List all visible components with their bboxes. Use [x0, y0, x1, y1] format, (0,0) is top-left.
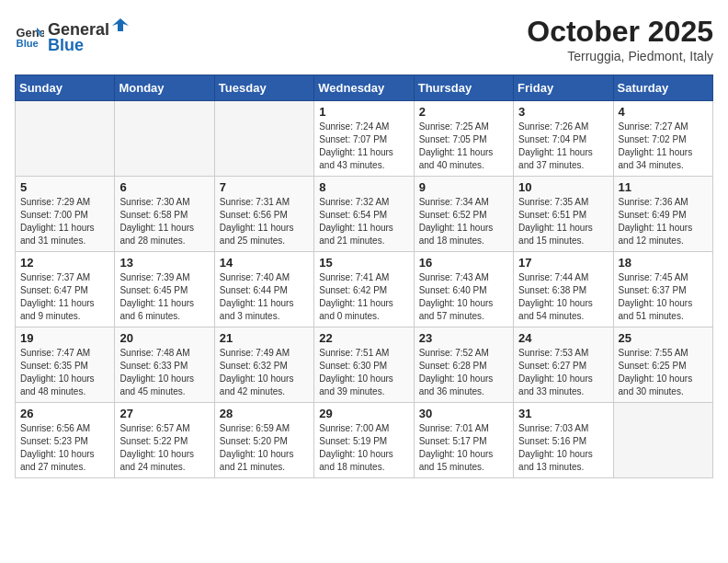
day-info: Sunrise: 6:57 AM Sunset: 5:22 PM Dayligh… [119, 422, 209, 474]
day-info: Sunrise: 7:45 AM Sunset: 6:37 PM Dayligh… [619, 271, 708, 323]
day-number: 19 [20, 331, 109, 345]
day-info: Sunrise: 7:55 AM Sunset: 6:25 PM Dayligh… [619, 347, 708, 398]
calendar-day-cell: 11Sunrise: 7:36 AM Sunset: 6:49 PM Dayli… [613, 177, 712, 252]
day-info: Sunrise: 7:31 AM Sunset: 6:56 PM Dayligh… [220, 196, 309, 247]
day-info: Sunrise: 7:00 AM Sunset: 5:19 PM Dayligh… [319, 422, 408, 474]
day-number: 10 [518, 180, 608, 194]
day-number: 27 [119, 407, 209, 420]
day-info: Sunrise: 7:36 AM Sunset: 6:49 PM Dayligh… [619, 196, 708, 247]
day-info: Sunrise: 7:52 AM Sunset: 6:28 PM Dayligh… [419, 347, 508, 398]
weekday-header: Tuesday [214, 75, 313, 101]
calendar-day-cell: 2Sunrise: 7:25 AM Sunset: 7:05 PM Daylig… [414, 101, 513, 177]
month-title: October 2025 [527, 15, 713, 49]
day-number: 20 [119, 331, 209, 345]
calendar-day-cell: 10Sunrise: 7:35 AM Sunset: 6:51 PM Dayli… [514, 177, 613, 252]
logo-bird-icon [110, 15, 131, 35]
day-info: Sunrise: 7:43 AM Sunset: 6:40 PM Dayligh… [419, 271, 508, 323]
calendar-day-cell: 3Sunrise: 7:26 AM Sunset: 7:04 PM Daylig… [514, 101, 613, 177]
day-number: 14 [220, 256, 309, 270]
day-info: Sunrise: 7:24 AM Sunset: 7:07 PM Dayligh… [319, 121, 408, 172]
day-number: 4 [619, 105, 708, 119]
weekday-header: Sunday [16, 75, 115, 101]
calendar-day-cell: 28Sunrise: 6:59 AM Sunset: 5:20 PM Dayli… [214, 403, 313, 478]
calendar-day-cell: 4Sunrise: 7:27 AM Sunset: 7:02 PM Daylig… [613, 101, 712, 177]
day-number: 1 [319, 105, 408, 119]
calendar-day-cell [214, 101, 313, 177]
day-number: 31 [518, 407, 608, 420]
day-number: 23 [419, 331, 508, 345]
calendar-day-cell: 22Sunrise: 7:51 AM Sunset: 6:30 PM Dayli… [314, 327, 414, 403]
calendar-day-cell: 5Sunrise: 7:29 AM Sunset: 7:00 PM Daylig… [16, 177, 115, 252]
day-info: Sunrise: 7:32 AM Sunset: 6:54 PM Dayligh… [319, 196, 408, 247]
day-info: Sunrise: 7:29 AM Sunset: 7:00 PM Dayligh… [20, 196, 109, 247]
day-info: Sunrise: 7:34 AM Sunset: 6:52 PM Dayligh… [419, 196, 508, 247]
day-number: 5 [20, 180, 109, 194]
calendar-day-cell [16, 101, 115, 177]
calendar-week-row: 5Sunrise: 7:29 AM Sunset: 7:00 PM Daylig… [16, 177, 713, 252]
day-number: 26 [20, 407, 109, 420]
day-number: 9 [419, 180, 508, 194]
day-info: Sunrise: 7:37 AM Sunset: 6:47 PM Dayligh… [20, 271, 109, 323]
day-number: 15 [319, 256, 408, 270]
day-number: 25 [619, 331, 708, 345]
calendar-day-cell: 8Sunrise: 7:32 AM Sunset: 6:54 PM Daylig… [314, 177, 414, 252]
calendar-day-cell: 13Sunrise: 7:39 AM Sunset: 6:45 PM Dayli… [115, 252, 214, 327]
calendar-day-cell: 9Sunrise: 7:34 AM Sunset: 6:52 PM Daylig… [414, 177, 513, 252]
day-info: Sunrise: 7:40 AM Sunset: 6:44 PM Dayligh… [220, 271, 309, 323]
calendar-day-cell: 17Sunrise: 7:44 AM Sunset: 6:38 PM Dayli… [514, 252, 613, 327]
calendar-day-cell: 16Sunrise: 7:43 AM Sunset: 6:40 PM Dayli… [414, 252, 513, 327]
calendar-day-cell: 21Sunrise: 7:49 AM Sunset: 6:32 PM Dayli… [214, 327, 313, 403]
day-info: Sunrise: 7:30 AM Sunset: 6:58 PM Dayligh… [119, 196, 209, 247]
day-info: Sunrise: 7:48 AM Sunset: 6:33 PM Dayligh… [119, 347, 209, 398]
weekday-header: Saturday [613, 75, 712, 101]
calendar-day-cell: 31Sunrise: 7:03 AM Sunset: 5:16 PM Dayli… [514, 403, 613, 478]
calendar-day-cell: 25Sunrise: 7:55 AM Sunset: 6:25 PM Dayli… [613, 327, 712, 403]
day-number: 21 [220, 331, 309, 345]
calendar-day-cell [115, 101, 214, 177]
calendar-week-row: 19Sunrise: 7:47 AM Sunset: 6:35 PM Dayli… [16, 327, 713, 403]
calendar-day-cell: 26Sunrise: 6:56 AM Sunset: 5:23 PM Dayli… [16, 403, 115, 478]
calendar-day-cell: 15Sunrise: 7:41 AM Sunset: 6:42 PM Dayli… [314, 252, 414, 327]
calendar-day-cell: 23Sunrise: 7:52 AM Sunset: 6:28 PM Dayli… [414, 327, 513, 403]
day-number: 28 [220, 407, 309, 420]
day-number: 11 [619, 180, 708, 194]
day-info: Sunrise: 7:25 AM Sunset: 7:05 PM Dayligh… [419, 121, 508, 172]
day-info: Sunrise: 7:47 AM Sunset: 6:35 PM Dayligh… [20, 347, 109, 398]
weekday-header: Monday [115, 75, 214, 101]
day-info: Sunrise: 6:59 AM Sunset: 5:20 PM Dayligh… [220, 422, 309, 474]
weekday-header-row: SundayMondayTuesdayWednesdayThursdayFrid… [16, 75, 713, 101]
day-info: Sunrise: 7:41 AM Sunset: 6:42 PM Dayligh… [319, 271, 408, 323]
calendar-day-cell: 12Sunrise: 7:37 AM Sunset: 6:47 PM Dayli… [16, 252, 115, 327]
day-info: Sunrise: 7:53 AM Sunset: 6:27 PM Dayligh… [518, 347, 608, 398]
day-number: 22 [319, 331, 408, 345]
calendar-day-cell: 24Sunrise: 7:53 AM Sunset: 6:27 PM Dayli… [514, 327, 613, 403]
day-number: 3 [518, 105, 608, 119]
day-info: Sunrise: 7:49 AM Sunset: 6:32 PM Dayligh… [220, 347, 309, 398]
calendar-day-cell: 30Sunrise: 7:01 AM Sunset: 5:17 PM Dayli… [414, 403, 513, 478]
svg-marker-4 [112, 18, 129, 31]
day-number: 17 [518, 256, 608, 270]
weekday-header: Wednesday [314, 75, 414, 101]
calendar-day-cell: 1Sunrise: 7:24 AM Sunset: 7:07 PM Daylig… [314, 101, 414, 177]
day-info: Sunrise: 7:03 AM Sunset: 5:16 PM Dayligh… [518, 422, 608, 474]
calendar-day-cell: 20Sunrise: 7:48 AM Sunset: 6:33 PM Dayli… [115, 327, 214, 403]
day-number: 24 [518, 331, 608, 345]
calendar-day-cell: 19Sunrise: 7:47 AM Sunset: 6:35 PM Dayli… [16, 327, 115, 403]
day-info: Sunrise: 6:56 AM Sunset: 5:23 PM Dayligh… [20, 422, 109, 474]
day-number: 12 [20, 256, 109, 270]
calendar-week-row: 1Sunrise: 7:24 AM Sunset: 7:07 PM Daylig… [16, 101, 713, 177]
day-info: Sunrise: 7:44 AM Sunset: 6:38 PM Dayligh… [518, 271, 608, 323]
svg-text:Blue: Blue [17, 38, 39, 49]
logo-icon: General Blue [15, 20, 44, 50]
page-header: General Blue General Blue October 2025 T… [15, 15, 713, 63]
logo: General Blue General Blue [15, 15, 131, 55]
day-info: Sunrise: 7:35 AM Sunset: 6:51 PM Dayligh… [518, 196, 608, 247]
day-info: Sunrise: 7:26 AM Sunset: 7:04 PM Dayligh… [518, 121, 608, 172]
weekday-header: Thursday [414, 75, 513, 101]
day-info: Sunrise: 7:01 AM Sunset: 5:17 PM Dayligh… [419, 422, 508, 474]
title-block: October 2025 Terruggia, Piedmont, Italy [527, 15, 713, 63]
calendar-day-cell: 6Sunrise: 7:30 AM Sunset: 6:58 PM Daylig… [115, 177, 214, 252]
calendar-day-cell: 29Sunrise: 7:00 AM Sunset: 5:19 PM Dayli… [314, 403, 414, 478]
day-info: Sunrise: 7:27 AM Sunset: 7:02 PM Dayligh… [619, 121, 708, 172]
calendar-day-cell [613, 403, 712, 478]
